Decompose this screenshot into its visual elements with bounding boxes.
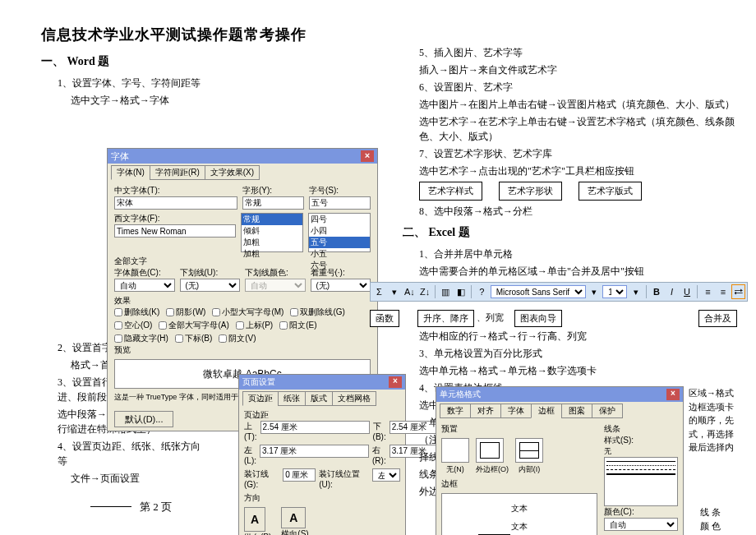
uline-select[interactable]: (无)	[180, 279, 241, 292]
map-icon[interactable]: ◧	[454, 284, 468, 299]
chk-sub[interactable]: 下标(B)	[175, 333, 212, 344]
chart-icon[interactable]: ▥	[439, 284, 453, 299]
gut-input[interactable]	[283, 468, 316, 482]
sort-desc-icon[interactable]: Z↓	[418, 284, 432, 299]
landscape-icon[interactable]: A	[281, 507, 306, 528]
uline-label: 下划线(U):	[180, 267, 241, 279]
orient-label: 方向	[244, 492, 400, 504]
margin-notes2: 线 条 颜 色	[700, 505, 749, 533]
chk-outline[interactable]: 空心(O)	[114, 320, 152, 331]
word-item-5-sub: 插入→图片→来自文件或艺术字	[419, 62, 748, 77]
align-center-icon[interactable]: ≡	[717, 284, 731, 299]
tab-paper[interactable]: 纸张	[278, 391, 306, 406]
style-label: 字形(Y):	[242, 185, 304, 196]
section-excel: 二、 Excel 题	[403, 225, 748, 240]
callout-rc: 、列宽	[477, 311, 504, 324]
fcolor-label: 字体颜色(C):	[114, 267, 175, 279]
effects-label: 效果	[114, 296, 131, 305]
tab-protect[interactable]: 保护	[592, 404, 623, 418]
ucolor-select[interactable]: 自动	[245, 279, 306, 292]
word-item-1-sub: 选中文字→格式→字体	[71, 93, 386, 108]
word-item-6-sub1: 选中图片→在图片上单击右键→设置图片格式（填充颜色、大小、版式）	[419, 97, 748, 112]
fcolor-select[interactable]: 自动	[114, 279, 175, 292]
close-icon[interactable]: ×	[361, 150, 374, 162]
efont-label: 西文字体(F):	[114, 213, 236, 224]
tab-align[interactable]: 对齐	[470, 404, 501, 418]
efont-input[interactable]	[114, 224, 236, 238]
excel-item-1: 1、合并并居中单元格	[419, 247, 748, 261]
dropdown-icon[interactable]: ▾	[629, 284, 643, 299]
size-input[interactable]	[309, 196, 371, 210]
close-icon[interactable]: ×	[666, 389, 680, 400]
gutpos-select[interactable]: 左	[372, 468, 400, 482]
chk-emboss[interactable]: 阳文(E)	[279, 320, 316, 331]
tab-number[interactable]: 数字	[440, 404, 471, 418]
left-label: 左(L):	[244, 445, 256, 465]
chk-strike[interactable]: 删除线(K)	[114, 307, 159, 318]
tab-margins[interactable]: 页边距	[242, 391, 279, 406]
emph-select[interactable]: (无)	[311, 279, 371, 292]
gutpos-label: 装订线位置(U):	[319, 468, 369, 489]
underline-icon[interactable]: U	[680, 284, 694, 299]
cfont-input[interactable]	[114, 196, 237, 210]
excel-toolbar: Σ ▾ A↓ Z↓ ▥ ◧ ? Microsoft Sans Serif ▾ 1…	[370, 282, 748, 302]
preset-none[interactable]	[441, 438, 469, 463]
top-label: 上(T):	[244, 421, 257, 441]
tab-spacing[interactable]: 字符间距(R)	[150, 165, 205, 180]
callout-fn: 函数	[370, 310, 399, 327]
preview-label: 预览	[114, 345, 131, 354]
fontsize-select[interactable]: 10	[602, 285, 627, 298]
callout-merge: 合并及	[698, 310, 737, 327]
emph-label: 着重号(·):	[311, 267, 371, 279]
chk-shadow[interactable]: 阴影(W)	[166, 307, 205, 318]
callout-chart: 图表向导	[514, 310, 562, 327]
dropdown-icon[interactable]: ▾	[388, 284, 402, 299]
chk-smallcaps[interactable]: 小型大写字母(M)	[212, 307, 284, 318]
chk-hidden[interactable]: 隐藏文字(H)	[114, 333, 168, 344]
tab-pattern[interactable]: 图案	[561, 404, 592, 418]
italic-icon[interactable]: I	[665, 284, 679, 299]
chk-super[interactable]: 上标(P)	[236, 320, 273, 331]
tab-font[interactable]: 字体	[500, 404, 532, 418]
border-dialog-title: 单元格格式	[440, 389, 481, 400]
portrait-icon[interactable]: A	[244, 507, 265, 532]
chk-allcaps[interactable]: 全部大写字母(A)	[159, 320, 228, 331]
help-icon[interactable]: ?	[475, 284, 489, 299]
preset-inner[interactable]	[515, 438, 543, 463]
default-button[interactable]: 默认(D)...	[114, 411, 173, 427]
left-input[interactable]	[260, 445, 369, 458]
cfont-label: 中文字体(T):	[114, 185, 237, 196]
dropdown-icon[interactable]: ▾	[588, 284, 602, 299]
preset-outer[interactable]	[476, 438, 504, 463]
linestyle-list[interactable]	[604, 457, 678, 506]
chk-dstrike[interactable]: 双删除线(G)	[290, 307, 344, 318]
page-dialog-titlebar: 页面设置 ×	[239, 375, 405, 390]
bold-icon[interactable]: B	[650, 284, 664, 299]
tab-border[interactable]: 边框	[531, 404, 562, 418]
color-label: 颜色(C):	[604, 506, 678, 518]
size-list[interactable]: 四号 小四 五号 小五 六号	[308, 213, 371, 252]
merge-center-icon[interactable]: ⮂	[731, 284, 745, 299]
color-select[interactable]: 自动	[604, 518, 678, 531]
border-preview[interactable]: 文本 文本	[441, 493, 597, 535]
sort-asc-icon[interactable]: A↓	[403, 284, 417, 299]
align-left-icon[interactable]: ≡	[701, 284, 715, 299]
none-label: 无	[604, 446, 678, 457]
tab-grid[interactable]: 文档网格	[332, 391, 376, 406]
right-label: 右(R):	[372, 445, 386, 465]
style-list[interactable]: 常规 倾斜 加粗 加粗	[241, 213, 303, 252]
font-select[interactable]: Microsoft Sans Serif	[491, 285, 586, 298]
chk-engrave[interactable]: 阴文(V)	[219, 333, 256, 344]
close-icon[interactable]: ×	[389, 376, 402, 388]
border-dialog-titlebar: 单元格格式 ×	[436, 387, 683, 402]
sigma-icon[interactable]: Σ	[372, 284, 386, 299]
word-item-7-sub: 选中艺术字→点击出现的"艺术字"工具栏相应按钮	[419, 164, 748, 178]
tab-layout[interactable]: 版式	[305, 391, 333, 406]
style-section-label: 线条	[604, 423, 678, 435]
word-item-6: 6、设置图片、艺术字	[419, 80, 748, 95]
top-input[interactable]	[260, 421, 370, 434]
style-input[interactable]	[242, 196, 304, 210]
tab-font[interactable]: 字体(N)	[111, 165, 150, 180]
margins-label: 页边距	[244, 409, 400, 421]
tab-effects[interactable]: 文字效果(X)	[205, 165, 260, 180]
